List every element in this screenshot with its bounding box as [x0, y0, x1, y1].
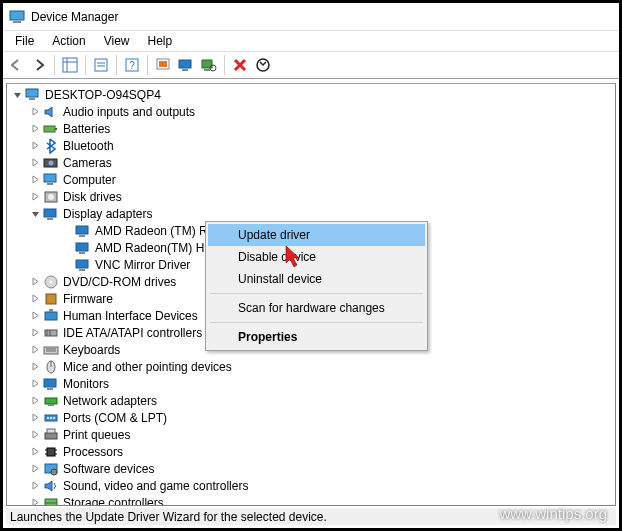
expand-icon[interactable]: [29, 429, 41, 441]
svg-rect-40: [49, 309, 53, 312]
tree-category[interactable]: Software devices: [7, 460, 615, 477]
tree-category-label: Cameras: [63, 156, 112, 170]
context-menu: Update driver Disable device Uninstall d…: [205, 221, 428, 351]
tree-category-label: IDE ATA/ATAPI controllers: [63, 326, 202, 340]
menu-action[interactable]: Action: [44, 33, 93, 49]
svg-rect-57: [45, 433, 57, 439]
expand-icon[interactable]: [29, 497, 41, 507]
expand-icon[interactable]: [29, 463, 41, 475]
expand-icon[interactable]: [29, 140, 41, 152]
keyboard-icon: [43, 342, 59, 358]
tree-category[interactable]: Network adapters: [7, 392, 615, 409]
svg-rect-51: [45, 398, 57, 404]
svg-rect-11: [159, 61, 167, 67]
tree-category[interactable]: Audio inputs and outputs: [7, 103, 615, 120]
menu-help[interactable]: Help: [140, 33, 181, 49]
software-icon: [43, 461, 59, 477]
expand-icon[interactable]: [29, 191, 41, 203]
network-icon: [43, 393, 59, 409]
ctx-update-driver[interactable]: Update driver: [208, 224, 425, 246]
tree-category[interactable]: Computer: [7, 171, 615, 188]
disable-button[interactable]: [252, 54, 274, 76]
tree-category-label: Human Interface Devices: [63, 309, 198, 323]
disk-icon: [43, 189, 59, 205]
tree-category[interactable]: Disk drives: [7, 188, 615, 205]
svg-rect-24: [44, 174, 56, 182]
tree-category-label: Disk drives: [63, 190, 122, 204]
tree-category-label: Firmware: [63, 292, 113, 306]
tree-category-label: Bluetooth: [63, 139, 114, 153]
help-button[interactable]: ?: [121, 54, 143, 76]
svg-point-56: [53, 417, 55, 419]
tree-category[interactable]: Mice and other pointing devices: [7, 358, 615, 375]
svg-rect-2: [63, 58, 77, 72]
svg-rect-31: [79, 235, 85, 237]
expand-icon[interactable]: [29, 344, 41, 356]
expand-icon[interactable]: [29, 480, 41, 492]
dvd-icon: [43, 274, 59, 290]
tree-category[interactable]: Display adapters: [7, 205, 615, 222]
tree-category[interactable]: Ports (COM & LPT): [7, 409, 615, 426]
tree-category[interactable]: Print queues: [7, 426, 615, 443]
action-button[interactable]: [152, 54, 174, 76]
expand-icon[interactable]: [29, 395, 41, 407]
ctx-properties[interactable]: Properties: [208, 326, 425, 348]
update-button[interactable]: [175, 54, 197, 76]
computer-icon: [43, 172, 59, 188]
collapse-icon[interactable]: [29, 208, 41, 220]
expand-icon[interactable]: [29, 446, 41, 458]
speaker-icon: [43, 104, 59, 120]
tree-category-label: Processors: [63, 445, 123, 459]
window-title: Device Manager: [31, 10, 118, 24]
svg-rect-5: [95, 59, 107, 71]
collapse-icon[interactable]: [11, 89, 23, 101]
tree-category[interactable]: Monitors: [7, 375, 615, 392]
tree-category[interactable]: Processors: [7, 443, 615, 460]
svg-rect-35: [79, 269, 85, 271]
tree-category-label: Ports (COM & LPT): [63, 411, 167, 425]
expand-icon[interactable]: [29, 361, 41, 373]
tree-category[interactable]: Bluetooth: [7, 137, 615, 154]
scan-button[interactable]: [198, 54, 220, 76]
svg-rect-49: [44, 379, 56, 387]
svg-rect-12: [179, 60, 191, 68]
expand-icon[interactable]: [29, 106, 41, 118]
ctx-uninstall-device[interactable]: Uninstall device: [208, 268, 425, 290]
camera-icon: [43, 155, 59, 171]
expand-icon[interactable]: [29, 293, 41, 305]
expand-icon[interactable]: [29, 276, 41, 288]
svg-rect-59: [47, 448, 55, 456]
properties-button[interactable]: [90, 54, 112, 76]
expand-icon[interactable]: [29, 378, 41, 390]
menu-view[interactable]: View: [96, 33, 138, 49]
svg-rect-52: [48, 404, 54, 406]
svg-rect-34: [76, 260, 88, 268]
ctx-disable-device[interactable]: Disable device: [208, 246, 425, 268]
toolbar: ?: [3, 51, 619, 79]
svg-point-55: [50, 417, 52, 419]
ctx-scan-hardware[interactable]: Scan for hardware changes: [208, 297, 425, 319]
tree-category[interactable]: Batteries: [7, 120, 615, 137]
ctx-separator: [210, 293, 423, 294]
menu-bar: File Action View Help: [3, 31, 619, 51]
tree-category[interactable]: Cameras: [7, 154, 615, 171]
uninstall-button[interactable]: [229, 54, 251, 76]
expand-icon[interactable]: [29, 412, 41, 424]
expand-icon[interactable]: [29, 327, 41, 339]
menu-file[interactable]: File: [7, 33, 42, 49]
back-button[interactable]: [5, 54, 27, 76]
svg-point-37: [50, 280, 53, 283]
svg-rect-39: [45, 312, 57, 320]
expand-icon[interactable]: [29, 174, 41, 186]
forward-button[interactable]: [28, 54, 50, 76]
tree-root[interactable]: DESKTOP-O94SQP4: [7, 86, 615, 103]
tree-category[interactable]: Sound, video and game controllers: [7, 477, 615, 494]
display-icon: [75, 257, 91, 273]
monitor-icon: [43, 376, 59, 392]
expand-icon[interactable]: [29, 157, 41, 169]
svg-rect-0: [10, 11, 24, 20]
expand-icon[interactable]: [29, 123, 41, 135]
show-hidden-button[interactable]: [59, 54, 81, 76]
sound-icon: [43, 478, 59, 494]
expand-icon[interactable]: [29, 310, 41, 322]
